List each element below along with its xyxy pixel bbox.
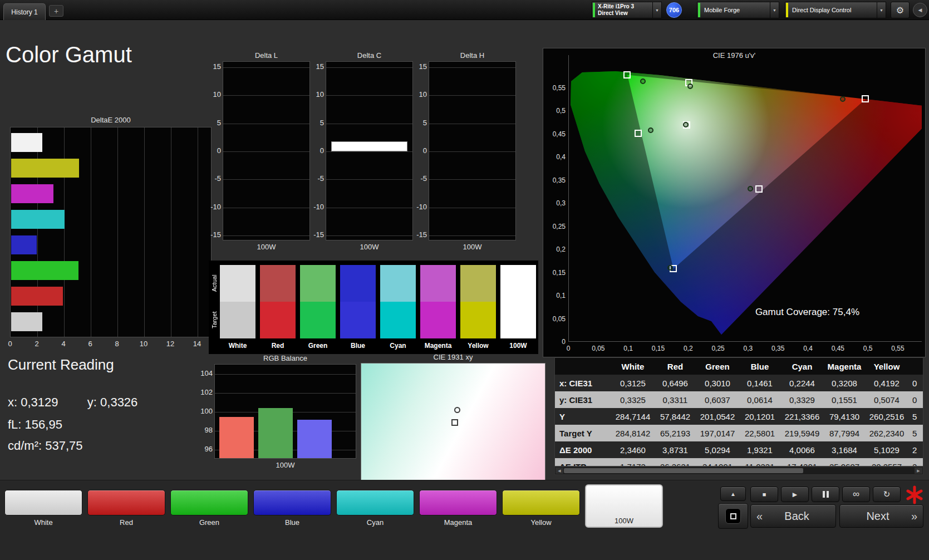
delta-h-chart: Delta H 151050-5-10-15 100W [413, 51, 516, 258]
x-tick-label: 0,3 [744, 345, 753, 352]
test-pattern-bar: WhiteRedGreenBlueCyanMagentaYellow100W [4, 490, 663, 529]
deltae-bar-yellow [11, 159, 79, 178]
actual-swatch-red [260, 265, 296, 302]
patch-100w[interactable]: 100W [585, 490, 663, 529]
target-swatch-magenta [420, 302, 456, 338]
measured-marker-yellow [687, 83, 693, 89]
collapse-panel-button[interactable]: ◀ [913, 3, 927, 17]
meter-name: X-Rite i1Pro 3 Direct View [596, 2, 652, 18]
source-dropdown[interactable]: Mobile Forge ▼ [697, 2, 779, 18]
y-label: y: [87, 395, 97, 409]
gridline [223, 124, 309, 124]
current-reading-panel: Current Reading x: 0,3129 y: 0,3326 fL: … [8, 356, 175, 456]
x-axis-label: 100W [429, 243, 516, 251]
y-tick-label: 0 [320, 146, 324, 155]
expand-pattern-bar-button[interactable]: ▲ [720, 487, 746, 501]
table-row: x: CIE310,31250,64960,30100,14610,22440,… [555, 375, 923, 391]
table-cell: 79,4130 [823, 408, 866, 425]
y-tick-label: 0,2 [556, 245, 566, 253]
table-cell: 57,8442 [654, 408, 696, 425]
actual-swatch-green [300, 265, 336, 302]
xy-readout: x: 0,3129 y: 0,3326 [8, 395, 137, 410]
table-cell: 219,5949 [781, 425, 823, 441]
clipped-cell: 5 [908, 408, 922, 425]
deltae-bar-100w [11, 133, 42, 152]
patch-swatch [336, 490, 414, 515]
chart-title: RGB Balance [214, 354, 356, 362]
rgb-bar-red [219, 417, 254, 459]
stop-button[interactable]: ■ [750, 487, 778, 502]
table-cell: 1,9321 [739, 441, 781, 458]
patch-red[interactable]: Red [87, 490, 165, 529]
scrollbar-thumb[interactable] [564, 468, 803, 473]
x-tick-label: 0,1 [623, 345, 633, 352]
clipped-cell: 2 [908, 458, 922, 466]
chart-title: Delta H [429, 51, 516, 60]
x-tick-label: 0,5 [863, 345, 873, 352]
deltae-bar-cyan [11, 210, 65, 229]
table-cell: 0,3125 [612, 375, 654, 391]
y-tick-label: 0,5 [556, 107, 566, 115]
chart-title: DeltaE 2000 [10, 116, 212, 124]
measured-point-marker [454, 407, 460, 413]
refresh-button[interactable]: ↻ [873, 487, 901, 502]
x-tick-label: 0,05 [592, 345, 604, 352]
table-scrollbar[interactable]: ◀ ▶ [554, 466, 923, 475]
y-tick-label: 0,1 [556, 292, 566, 299]
settings-button[interactable]: ⚙ [891, 2, 910, 18]
column-header [555, 358, 612, 375]
chevron-down-icon[interactable]: ▼ [770, 2, 779, 18]
fl-readout: fL: 156,95 [8, 417, 62, 432]
target-marker-green [623, 71, 631, 78]
patch-swatch [502, 490, 580, 515]
scroll-left-icon[interactable]: ◀ [556, 468, 563, 474]
x-tick-label: 0,35 [771, 345, 784, 352]
meter-dropdown[interactable]: X-Rite i1Pro 3 Direct View ▼ [592, 2, 662, 18]
patch-white[interactable]: White [4, 490, 82, 529]
play-button[interactable]: ▶ [781, 487, 809, 502]
patch-blue[interactable]: Blue [253, 490, 331, 529]
y-tick-label: -5 [214, 174, 221, 183]
swatch-label: Green [300, 338, 336, 350]
chart-title: CIE 1931 xy [361, 353, 545, 361]
patch-magenta[interactable]: Magenta [419, 490, 497, 529]
scroll-right-icon[interactable]: ▶ [915, 468, 922, 474]
deltae2000-x-axis: 02468101214 [10, 340, 212, 350]
patch-green[interactable]: Green [170, 490, 248, 529]
gridline [429, 179, 515, 180]
next-button[interactable]: Next » [839, 504, 923, 528]
gear-icon: ⚙ [896, 5, 904, 16]
gridline [215, 374, 356, 375]
meter-line1: X-Rite i1Pro 3 [598, 3, 652, 10]
pattern-window-button[interactable] [718, 503, 748, 529]
measurement-count-badge: 706 [666, 2, 682, 18]
x-tick-label: 4 [61, 340, 65, 348]
target-marker-red [862, 95, 869, 102]
chevron-down-icon[interactable]: ▼ [652, 2, 661, 18]
y-tick-label: 15 [213, 62, 221, 71]
x-axis-label: 100W [326, 243, 413, 251]
y-tick-label: 102 [200, 388, 213, 396]
patch-yellow[interactable]: Yellow [502, 490, 580, 529]
gridline [326, 208, 412, 208]
actual-row-label: Actual [210, 265, 218, 302]
x-tick-label: 0,45 [832, 345, 844, 352]
table-cell: 0,2244 [781, 375, 823, 391]
y-tick-label: -10 [313, 203, 324, 211]
chart-title: Delta C [326, 51, 413, 60]
table-cell: 2,3460 [612, 441, 654, 458]
patch-label: Magenta [419, 518, 497, 527]
table-cell: 4,0066 [781, 441, 823, 458]
add-tab-button[interactable]: + [49, 5, 63, 17]
continuous-measure-button[interactable]: ∞ [842, 487, 870, 502]
pause-button[interactable] [812, 487, 839, 502]
abort-button[interactable] [904, 485, 925, 504]
chevron-down-icon[interactable]: ▼ [877, 2, 886, 18]
y-tick-label: 104 [200, 369, 213, 377]
tab-history-1[interactable]: History 1 [3, 3, 46, 20]
back-button[interactable]: « Back [750, 504, 836, 528]
table-cell: 0,3329 [781, 391, 823, 408]
patch-cyan[interactable]: Cyan [336, 490, 414, 529]
display-control-dropdown[interactable]: Direct Display Control ▼ [785, 2, 886, 18]
table-cell: 0,6037 [696, 391, 739, 408]
